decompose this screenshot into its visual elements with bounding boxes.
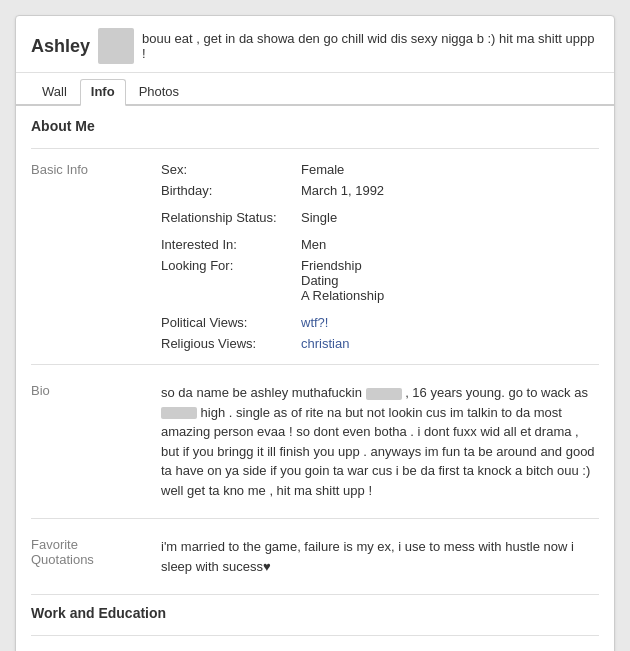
divider-5 xyxy=(31,635,599,636)
interested-value: Men xyxy=(301,234,599,255)
political-info-table: Political Views: wtf?! Religious Views: … xyxy=(31,312,599,354)
basic-info-table: Basic Info Sex: Female Birthday: March 1… xyxy=(31,159,599,306)
divider-1 xyxy=(31,148,599,149)
profile-card: Ashley bouu eat , get in da showa den go… xyxy=(15,15,615,651)
bio-text: so da name be ashley muthafuckin , 16 ye… xyxy=(161,383,599,500)
political-link[interactable]: wtf?! xyxy=(301,315,328,330)
divider-4 xyxy=(31,594,599,595)
profile-name: Ashley xyxy=(31,36,90,57)
religious-link[interactable]: christian xyxy=(301,336,349,351)
tab-wall[interactable]: Wall xyxy=(31,79,78,104)
tab-photos[interactable]: Photos xyxy=(128,79,190,104)
redacted-2 xyxy=(161,407,197,419)
political-label: Political Views: xyxy=(161,312,301,333)
sex-value: Female xyxy=(301,159,599,180)
profile-header: Ashley bouu eat , get in da showa den go… xyxy=(16,16,614,73)
quotations-label: FavoriteQuotations xyxy=(31,537,161,576)
table-row: Political Views: wtf?! xyxy=(31,312,599,333)
divider-2 xyxy=(31,364,599,365)
birthday-value: March 1, 1992 xyxy=(301,180,599,201)
table-row: Religious Views: christian xyxy=(31,333,599,354)
about-me-title: About Me xyxy=(31,118,599,138)
basic-info-label: Basic Info xyxy=(31,159,161,306)
relationship-value: Single xyxy=(301,207,599,228)
bio-label: Bio xyxy=(31,383,161,500)
interested-label: Interested In: xyxy=(161,234,301,255)
work-education-title: Work and Education xyxy=(31,605,599,625)
redacted-1 xyxy=(366,388,402,400)
profile-content: About Me Basic Info Sex: Female Birthday… xyxy=(16,106,614,651)
tab-bar: Wall Info Photos xyxy=(16,73,614,106)
bio-row: Bio so da name be ashley muthafuckin , 1… xyxy=(31,375,599,508)
quotations-text: i'm married to the game, failure is my e… xyxy=(161,537,599,576)
profile-status: bouu eat , get in da showa den go chill … xyxy=(142,31,599,61)
religious-value: christian xyxy=(301,333,599,354)
political-value: wtf?! xyxy=(301,312,599,333)
divider-3 xyxy=(31,518,599,519)
table-row: Basic Info Sex: Female xyxy=(31,159,599,180)
work-education-section: Work and Education Employers hardees fro… xyxy=(31,605,599,651)
sex-label: Sex: xyxy=(161,159,301,180)
quotations-row: FavoriteQuotations i'm married to the ga… xyxy=(31,529,599,584)
looking-value: FriendshipDatingA Relationship xyxy=(301,255,599,306)
birthday-label: Birthday: xyxy=(161,180,301,201)
religious-label: Religious Views: xyxy=(161,333,301,354)
tab-info[interactable]: Info xyxy=(80,79,126,106)
looking-label: Looking For: xyxy=(161,255,301,306)
employers-row: Employers hardees front line xyxy=(31,646,599,651)
avatar xyxy=(98,28,134,64)
relationship-label: Relationship Status: xyxy=(161,207,301,228)
